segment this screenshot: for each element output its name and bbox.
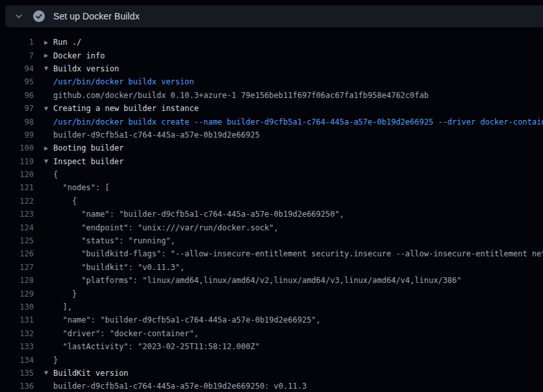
log-text: { [53, 170, 58, 179]
line-number[interactable]: 96 [5, 91, 34, 100]
log-line: 133 "lastActivity": "2023-02-25T11:58:12… [0, 340, 543, 353]
log-line: 136builder-d9cfb5a1-c764-445a-a57e-0b19d… [0, 380, 543, 392]
log-line: 125 "status": "running", [0, 234, 543, 247]
line-number[interactable]: 130 [5, 302, 34, 312]
line-number[interactable]: 126 [5, 249, 34, 258]
triangle-down-icon[interactable]: ▼ [44, 106, 53, 112]
log-text: Inspect builder [53, 157, 123, 166]
log-viewer: 1▶Run ./7▶Docker info94▼Buildx version95… [0, 27, 543, 392]
line-number[interactable]: 136 [5, 382, 34, 391]
log-text: } [53, 356, 58, 365]
log-text: "status": "running", [53, 236, 175, 245]
log-group-line[interactable]: 97▼Creating a new builder instance [0, 102, 543, 115]
log-text: "nodes": [ [53, 183, 110, 192]
log-text: Run ./ [53, 38, 81, 47]
step-title: Set up Docker Buildx [53, 11, 140, 21]
log-text: Booting builder [53, 143, 123, 153]
log-text: builder-d9cfb5a1-c764-445a-a57e-0b19d2e6… [53, 130, 260, 140]
log-text: Creating a new builder instance [53, 104, 199, 113]
log-text: { [53, 197, 77, 206]
triangle-down-icon[interactable]: ▼ [44, 66, 53, 71]
line-number[interactable]: 133 [5, 342, 34, 351]
log-text: Docker info [53, 51, 105, 60]
line-number[interactable]: 98 [5, 117, 34, 127]
log-group-line[interactable]: 100▶Booting builder [0, 141, 543, 154]
log-text: "buildkitd-flags": "--allow-insecure-ent… [53, 249, 543, 258]
log-group-line[interactable]: 7▶Docker info [0, 49, 543, 62]
log-text: builder-d9cfb5a1-c764-445a-a57e-0b19d2e6… [53, 382, 307, 391]
triangle-down-icon[interactable]: ▼ [44, 370, 53, 376]
log-text: BuildKit version [53, 369, 129, 378]
line-number[interactable]: 127 [5, 263, 34, 272]
line-number[interactable]: 99 [5, 130, 34, 140]
line-number[interactable]: 135 [5, 369, 34, 378]
line-number[interactable]: 129 [5, 289, 34, 299]
log-line: 129 } [0, 287, 543, 300]
line-number[interactable]: 131 [5, 315, 34, 325]
log-text: "name": "builder-d9cfb5a1-c764-445a-a57e… [53, 210, 344, 219]
line-number[interactable]: 121 [5, 183, 34, 192]
triangle-right-icon[interactable]: ▶ [44, 53, 53, 58]
log-line: 120{ [0, 168, 543, 181]
log-line: 121 "nodes": [ [0, 181, 543, 194]
log-group-line[interactable]: 135▼BuildKit version [0, 367, 543, 380]
line-number[interactable]: 95 [5, 77, 34, 86]
triangle-right-icon[interactable]: ▶ [44, 40, 53, 45]
line-number[interactable]: 125 [5, 236, 34, 245]
log-line: 95/usr/bin/docker buildx version [0, 75, 543, 88]
log-line: 127 "buildkit": "v0.11.3", [0, 261, 543, 274]
line-number[interactable]: 123 [5, 210, 34, 219]
log-text: ], [53, 302, 72, 312]
log-text: } [53, 289, 77, 299]
log-line: 128 "platforms": "linux/amd64,linux/amd6… [0, 274, 543, 287]
log-text: "buildkit": "v0.11.3", [53, 263, 184, 272]
log-line: 126 "buildkitd-flags": "--allow-insecure… [0, 247, 543, 260]
log-line: 130 ], [0, 300, 543, 313]
log-line: 132 "driver": "docker-container", [0, 327, 543, 340]
line-number[interactable]: 120 [5, 170, 34, 179]
line-number[interactable]: 97 [5, 104, 34, 113]
line-number[interactable]: 94 [5, 64, 34, 73]
log-text: /usr/bin/docker buildx create --name bui… [53, 117, 543, 127]
line-number[interactable]: 134 [5, 356, 34, 365]
log-text: github.com/docker/buildx 0.10.3+azure-1 … [53, 91, 429, 100]
log-text: /usr/bin/docker buildx version [53, 77, 194, 86]
triangle-down-icon[interactable]: ▼ [44, 158, 53, 164]
line-number[interactable]: 132 [5, 329, 34, 338]
log-line: 131 "name": "builder-d9cfb5a1-c764-445a-… [0, 313, 543, 326]
log-text: "driver": "docker-container", [53, 329, 199, 338]
line-number[interactable]: 7 [5, 51, 34, 60]
line-number[interactable]: 100 [5, 143, 34, 153]
step-header[interactable]: Set up Docker Buildx [5, 5, 543, 27]
log-line: 99builder-d9cfb5a1-c764-445a-a57e-0b19d2… [0, 129, 543, 141]
log-text: Buildx version [53, 64, 119, 73]
line-number[interactable]: 1 [5, 38, 34, 47]
log-line: 134} [0, 353, 543, 366]
log-line: 123 "name": "builder-d9cfb5a1-c764-445a-… [0, 208, 543, 221]
log-group-line[interactable]: 94▼Buildx version [0, 62, 543, 75]
line-number[interactable]: 119 [5, 157, 34, 166]
log-line: 124 "endpoint": "unix:///var/run/docker.… [0, 221, 543, 234]
log-line: 96github.com/docker/buildx 0.10.3+azure-… [0, 89, 543, 102]
log-line: 122 { [0, 195, 543, 208]
log-text: "name": "builder-d9cfb5a1-c764-445a-a57e… [53, 315, 321, 325]
line-number[interactable]: 122 [5, 197, 34, 206]
log-text: "lastActivity": "2023-02-25T11:58:12.000… [53, 342, 260, 351]
chevron-down-icon[interactable] [12, 12, 26, 21]
log-line: 98/usr/bin/docker buildx create --name b… [0, 115, 543, 128]
check-circle-icon [33, 10, 45, 22]
line-number[interactable]: 128 [5, 276, 34, 285]
log-group-line[interactable]: 1▶Run ./ [0, 36, 543, 49]
line-number[interactable]: 124 [5, 223, 34, 232]
log-text: "endpoint": "unix:///var/run/docker.sock… [53, 223, 279, 232]
log-text: "platforms": "linux/amd64,linux/amd64/v2… [53, 276, 462, 285]
log-group-line[interactable]: 119▼Inspect builder [0, 155, 543, 168]
triangle-right-icon[interactable]: ▶ [44, 145, 53, 151]
